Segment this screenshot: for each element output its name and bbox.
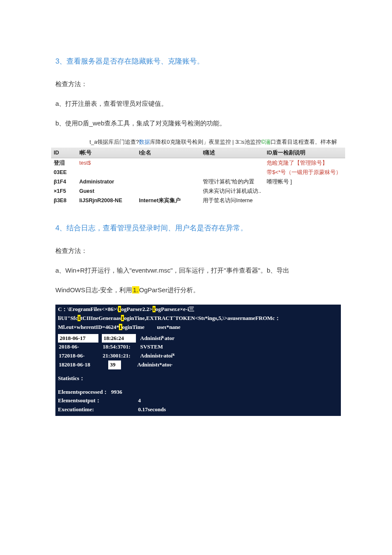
cell-note <box>264 196 345 205</box>
caption-d: ©湍 <box>261 139 271 145</box>
caption-c: 库降权0克隆联号检则」夜里监控 | 3□s池监控 <box>150 139 261 145</box>
cell-acct: Guest <box>77 186 136 196</box>
stats-k: Elementsprocessed： 9936 <box>58 388 135 397</box>
stats-v: 4 <box>138 396 141 405</box>
cell-desc: 用于筐名访问Interne <box>200 196 264 205</box>
terminal-panel: C：\ErogramFiles<×86>\IogParser2.2>IogPar… <box>55 305 341 416</box>
term-c2: 18:54:3701: <box>102 343 136 352</box>
ddun-tabs: t_a领据库后门追查?数据库降权0克隆联号检则」夜里监控 | 3□s池监控©湍口… <box>51 138 345 147</box>
term-data-row: 182018-06-18 39 Adninistι*atoι· <box>55 360 341 369</box>
section4-p3: WindOWS日志-安全，利用1.OgParSer进行分析。 <box>55 285 341 295</box>
p3-highlight: 1. <box>132 286 139 293</box>
cell-note: 危睑克隆了【管理除号】 <box>264 158 345 168</box>
cell-acct: Administrator <box>77 177 136 186</box>
term-c2: 18:26:24 <box>102 334 136 343</box>
cell-note: 带$<*号（一锻用于原蒙秣号） <box>264 168 345 177</box>
stats-label: Statistics： <box>55 374 341 384</box>
stats-row: Executiontime: 0.17seconds <box>55 405 341 414</box>
cell-full: Internet来宾集户 <box>136 196 200 205</box>
stats-row: Elementsprocessed： 9936 <box>55 388 341 397</box>
caption-a: t_a领据库后门追查? <box>89 139 139 145</box>
cell-acct <box>77 168 136 177</box>
cell-id: 03EE <box>51 168 77 177</box>
cell-full <box>136 177 200 186</box>
term-data-row: 2018-06-17 18:26:24 Adninistiᵏator <box>55 334 341 343</box>
cell-full <box>136 186 200 196</box>
ddun-header-row: ID I帐号 I全名 I痛述 ID盾一检剔说明 <box>51 148 345 158</box>
table-row: ×1F5 Guest 供来宾访问计算机或访.. <box>51 186 345 196</box>
p3-a: WindOWS日志-安全，利用 <box>55 286 132 293</box>
term-c1: 2018-06- <box>58 343 98 352</box>
col-acct: I帐号 <box>77 148 136 158</box>
terminal-command: C：\ErogramFiles<×86>\IogParser2.2>IogPar… <box>55 305 341 332</box>
cell-id: β3E8 <box>51 196 77 205</box>
caption-e: 口查看目送程查看。样本解 <box>271 139 337 145</box>
col-full: I全名 <box>136 148 200 158</box>
section4-p2: a、Win+R打开运行，输入"eventvwr.msc"，回车运行，打开"事件查… <box>55 265 341 276</box>
section3-p2: a、打开注册表，查看管理员对应键值。 <box>55 99 341 109</box>
ddun-panel: t_a领据库后门追查?数据库降权0克隆联号检则」夜里监控 | 3□s池监控©湍口… <box>51 138 345 205</box>
term-c3: SVSTEM <box>139 343 164 352</box>
term-c1: 182018-06-18 <box>58 360 105 369</box>
stats-v: 0.17seconds <box>138 405 166 414</box>
col-id: ID <box>51 148 77 158</box>
cell-acct: test$ <box>77 158 136 168</box>
cell-desc <box>200 158 264 168</box>
section4-p1: 检查方法： <box>55 246 341 256</box>
cell-id: 登泪 <box>51 158 77 168</box>
cell-id: β1F4 <box>51 177 77 186</box>
term-c1: 172018-06- <box>58 352 98 360</box>
ddun-table: ID I帐号 I全名 I痛述 ID盾一检剔说明 登泪 test$ 危睑克隆了【管… <box>51 148 345 205</box>
cell-desc <box>200 168 264 177</box>
cell-note: 嗜理帐号 ] <box>264 177 345 186</box>
cell-desc: 供来宾访问计算机或访.. <box>200 186 264 196</box>
cell-full <box>136 158 200 168</box>
cell-note <box>264 186 345 196</box>
col-note: ID盾一检剔说明 <box>264 148 345 158</box>
term-data-row: 2018-06- 18:54:3701: SVSTEM <box>55 343 341 352</box>
section3-p3: b、使用D盾_web查杀工具，集成了对克隆账号检测的功能。 <box>55 118 341 128</box>
table-row: 登泪 test$ 危睑克隆了【管理除号】 <box>51 158 345 168</box>
section3-heading: 3、查看服务器是否存在隐藏账号、克隆账号。 <box>55 55 341 67</box>
term-c3: Adninistι·atoiᵏ <box>139 352 176 360</box>
stats-k: Executiontime: <box>58 405 135 414</box>
section4-heading: 4、结合日志，查看管理员登录时间、用户名是否存在异常。 <box>55 222 341 234</box>
p3-b: OgParSer进行分析。 <box>139 286 200 293</box>
stats-k: Elementsoutput： <box>58 396 135 405</box>
stats-row: Elementsoutput： 4 <box>55 396 341 405</box>
cell-full <box>136 168 200 177</box>
term-c1: 2018-06-17 <box>58 334 98 343</box>
cell-id: ×1F5 <box>51 186 77 196</box>
caption-b: 数据 <box>139 139 150 145</box>
table-row: β1F4 Administrator 管理计算机"给的内置 嗜理帐号 ] <box>51 177 345 186</box>
cell-desc: 管理计算机"给的内置 <box>200 177 264 186</box>
cell-acct: IiJSRjnR2008-NE <box>77 196 136 205</box>
term-c3: Adninistι*atoι· <box>136 360 173 369</box>
term-c3: Adninistiᵏator <box>139 334 175 343</box>
term-c2: 39 <box>108 360 121 369</box>
term-data-row: 172018-06- 21:3001:21: Adninistι·atoiᵏ <box>55 352 341 360</box>
col-desc: I痛述 <box>200 148 264 158</box>
section3-p1: 检查方法： <box>55 79 341 89</box>
table-row: β3E8 IiJSRjnR2008-NE Internet来宾集户 用于筐名访问… <box>51 196 345 205</box>
table-row: 03EE 带$<*号（一锻用于原蒙秣号） <box>51 168 345 177</box>
term-c2: 21:3001:21: <box>102 352 136 360</box>
